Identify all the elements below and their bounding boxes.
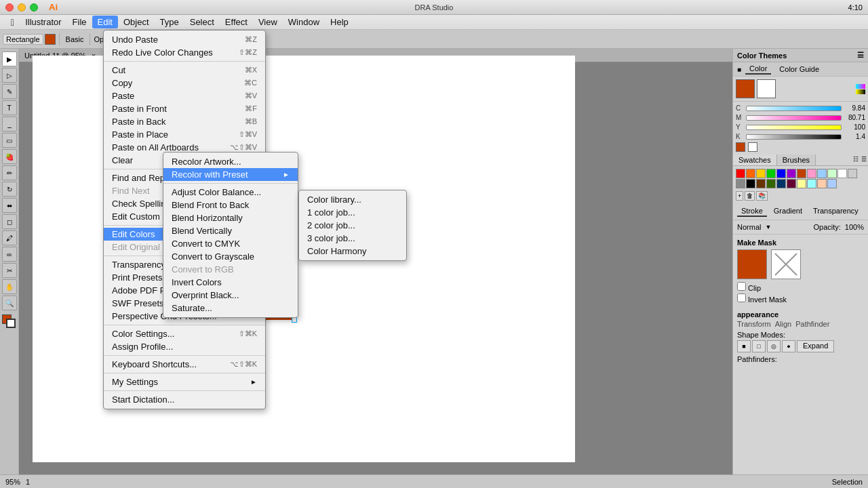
current-color-swatch[interactable] — [736, 79, 755, 98]
stroke-color-swatch[interactable] — [757, 79, 776, 98]
swatch-cyan-light[interactable] — [807, 179, 816, 188]
menu-select[interactable]: Select — [184, 16, 220, 28]
fill-color-swatch[interactable] — [45, 34, 56, 45]
submenu-adjust-color[interactable]: Adjust Color Balance... — [163, 186, 298, 199]
direct-selection-tool[interactable]: ▷ — [2, 68, 17, 83]
menu-view[interactable]: View — [253, 16, 283, 28]
clip-label[interactable]: Clip — [737, 282, 864, 292]
tab-transparency[interactable]: Transparency — [809, 206, 863, 217]
gradient-tool[interactable]: ◻ — [2, 214, 17, 229]
swatch-dark-green[interactable] — [766, 179, 776, 188]
submenu-overprint-black[interactable]: Overprint Black... — [163, 289, 298, 302]
swatch-pink[interactable] — [807, 169, 816, 178]
slider-y-track[interactable] — [746, 125, 842, 130]
swatch-gray[interactable] — [736, 179, 745, 188]
swatch-light-blue[interactable] — [817, 169, 827, 178]
apple-menu[interactable]:  — [5, 17, 20, 28]
submenu-blend-vertically[interactable]: Blend Vertically — [163, 224, 298, 237]
submenu-blend-front-back[interactable]: Blend Front to Back — [163, 199, 298, 211]
swatch-periwinkle[interactable] — [827, 179, 837, 188]
swatch-green[interactable] — [766, 169, 776, 178]
rect-tool[interactable]: ▭ — [2, 133, 17, 148]
minus-front-btn[interactable]: □ — [752, 340, 766, 352]
tab-color-guide[interactable]: Color Guide — [775, 64, 823, 74]
menu-start-dictation[interactable]: Start Dictation... — [104, 393, 265, 406]
swatches-list-view[interactable]: ☰ — [860, 155, 868, 165]
swatch-light-green[interactable] — [827, 169, 837, 178]
sub2-2-color-job[interactable]: 2 color job... — [299, 219, 406, 232]
paintbrush-tool[interactable]: 🍓 — [2, 149, 17, 164]
submenu-recolor-artwork[interactable]: Recolor Artwork... — [163, 155, 298, 168]
tab-color[interactable]: Color — [745, 64, 771, 75]
swatch-peach[interactable] — [817, 179, 827, 188]
scissors-tool[interactable]: ✂ — [2, 263, 17, 278]
menu-color-settings[interactable]: Color Settings... ⇧⌘K — [104, 327, 265, 340]
invert-mask-label[interactable]: Invert Mask — [737, 293, 864, 304]
slider-c-track[interactable] — [746, 106, 842, 111]
menu-copy[interactable]: Copy ⌘C — [104, 77, 265, 89]
align-link[interactable]: Align — [775, 320, 791, 328]
submenu-invert-colors[interactable]: Invert Colors — [163, 276, 298, 289]
menu-paste-in-back[interactable]: Paste in Back ⌘B — [104, 115, 265, 128]
unite-btn[interactable]: ■ — [737, 340, 751, 352]
submenu-convert-cmyk[interactable]: Convert to CMYK — [163, 237, 298, 250]
slider-m-value[interactable]: 80.71 — [844, 114, 865, 121]
swatch-black[interactable] — [746, 179, 755, 188]
normal-dropdown-icon[interactable]: ▼ — [765, 224, 771, 230]
swatch-light-gray[interactable] — [848, 169, 857, 178]
opacity-value-right[interactable]: 100% — [845, 223, 864, 231]
menu-assign-profile[interactable]: Assign Profile... — [104, 340, 265, 353]
menu-effect[interactable]: Effect — [220, 16, 253, 28]
submenu-recolor-preset[interactable]: Recolor with Preset ► — [163, 168, 298, 181]
submenu-convert-grayscale[interactable]: Convert to Grayscale — [163, 250, 298, 263]
menu-object[interactable]: Object — [118, 16, 155, 28]
slider-c-value[interactable]: 9.84 — [844, 104, 865, 112]
sub2-color-harmony[interactable]: Color Harmony — [299, 245, 406, 258]
swatch-dark-blue[interactable] — [776, 179, 786, 188]
tab-stroke[interactable]: Stroke — [737, 206, 767, 217]
delete-swatch-btn[interactable]: 🗑 — [745, 191, 755, 201]
swatch-white[interactable] — [837, 169, 847, 178]
minimize-button[interactable] — [18, 3, 26, 12]
slider-k-value[interactable]: 1.4 — [844, 133, 865, 140]
pen-tool[interactable]: ✎ — [2, 84, 17, 99]
menu-file[interactable]: File — [67, 16, 92, 28]
swatches-grid-view[interactable]: ☷ — [852, 155, 860, 165]
add-swatch-btn[interactable]: + — [736, 191, 743, 201]
menu-paste-in-front[interactable]: Paste in Front ⌘F — [104, 102, 265, 115]
menu-edit[interactable]: Edit — [92, 16, 118, 28]
swatch-red[interactable] — [736, 169, 745, 178]
slider-y-value[interactable]: 100 — [844, 123, 865, 131]
expand-button[interactable]: Expand — [797, 340, 834, 352]
color-mode-swatch2[interactable] — [748, 142, 757, 152]
blend-tool[interactable]: ∞ — [2, 247, 17, 262]
swatch-dark-brown[interactable] — [756, 179, 766, 188]
rotate-tool[interactable]: ↻ — [2, 182, 17, 197]
swatch-dark-red[interactable] — [787, 179, 796, 188]
submenu-saturate[interactable]: Saturate... — [163, 302, 298, 314]
mask-no-swatch[interactable] — [771, 249, 801, 279]
eyedropper-tool[interactable]: 🖍 — [2, 230, 17, 245]
object-type-select[interactable]: Rectangle — [3, 34, 43, 45]
line-tool[interactable]: ⎯ — [2, 117, 17, 131]
sub2-3-color-job[interactable]: 3 color job... — [299, 232, 406, 245]
zoom-tool[interactable]: 🔍 — [2, 296, 17, 310]
swatch-blue[interactable] — [776, 169, 786, 178]
menu-paste-in-place[interactable]: Paste in Place ⇧⌘V — [104, 128, 265, 141]
fill-stroke-icons[interactable] — [2, 314, 17, 329]
swatch-yellow[interactable] — [756, 169, 766, 178]
hand-tool[interactable]: ✋ — [2, 279, 17, 294]
panel-options-icon[interactable]: ☰ — [857, 51, 864, 60]
swatch-libraries-btn[interactable]: 📚 — [756, 191, 768, 201]
close-button[interactable] — [5, 3, 14, 12]
menu-redo[interactable]: Redo Live Color Changes ⇧⌘Z — [104, 46, 265, 59]
zoom-level[interactable]: 95% — [5, 478, 20, 486]
swatch-brown-red[interactable] — [797, 169, 806, 178]
menu-my-settings[interactable]: My Settings ► — [104, 375, 265, 388]
pathfinder-link[interactable]: Pathfinder — [795, 320, 829, 328]
clip-checkbox[interactable] — [737, 282, 746, 291]
color-mode-swatch1[interactable] — [736, 142, 745, 152]
swatch-orange[interactable] — [746, 169, 755, 178]
tab-brushes[interactable]: Brushes — [777, 155, 816, 165]
slider-m-track[interactable] — [746, 115, 842, 121]
